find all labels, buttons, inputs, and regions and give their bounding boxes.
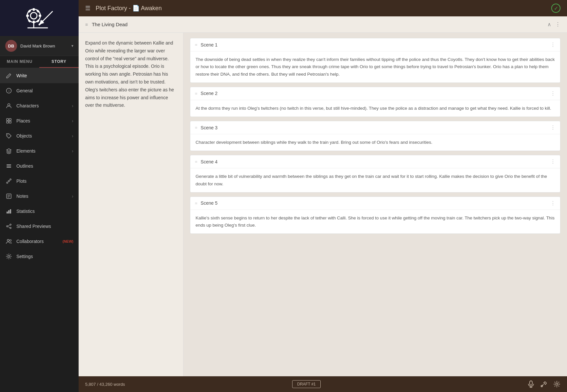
svg-point-22 [8, 135, 8, 135]
scene-header: = Scene 3 ⋮ [190, 121, 560, 134]
user-name: David Mark Brown [20, 44, 71, 48]
tab-story[interactable]: STORY [39, 56, 79, 68]
notes-icon [5, 193, 12, 200]
grid-icon [5, 117, 12, 124]
sidebar-item-plots[interactable]: Plots [0, 174, 79, 189]
scene-card-scene-2: = Scene 2 ⋮ At the dorms they run into O… [190, 87, 560, 117]
sidebar-item-general[interactable]: i General [0, 83, 79, 98]
scene-menu-icon[interactable]: ⋮ [550, 200, 556, 206]
sidebar-item-label-outlines: Outlines [16, 163, 73, 169]
svg-rect-25 [7, 167, 11, 168]
scene-title: Scene 5 [201, 200, 550, 206]
scene-body: At the dorms they run into Oleg's twitch… [190, 100, 560, 117]
drag-handle-icon[interactable]: = [195, 159, 198, 164]
svg-rect-44 [530, 381, 532, 385]
tab-main-menu[interactable]: MAIN MENU [0, 56, 39, 68]
scene-title: Scene 2 [201, 91, 550, 96]
app-logo [25, 7, 54, 29]
chapter-menu-icon[interactable]: ⋮ [555, 21, 560, 28]
drag-handle-icon[interactable]: ≡ [85, 22, 88, 27]
scene-card-scene-3: = Scene 3 ⋮ Character development betwee… [190, 121, 560, 151]
sidebar-item-shared-previews[interactable]: Shared Previews [0, 219, 79, 234]
sidebar-item-objects[interactable]: Objects › [0, 128, 79, 143]
sidebar-item-label-statistics: Statistics [16, 209, 73, 214]
bar-chart-icon [5, 208, 12, 215]
svg-text:i: i [9, 89, 9, 93]
scene-body: Generate a little bit of vulnerability a… [190, 168, 560, 192]
sidebar-item-label-settings: Settings [16, 254, 73, 259]
svg-rect-35 [10, 209, 11, 214]
user-menu[interactable]: DB David Mark Brown ▾ [0, 36, 79, 56]
svg-rect-2 [33, 8, 35, 11]
draft-badge[interactable]: DRAFT #1 [292, 380, 320, 388]
svg-point-37 [7, 226, 8, 227]
person-icon [5, 102, 12, 109]
svg-line-40 [8, 227, 10, 228]
sidebar-item-label-characters: Characters [16, 103, 72, 108]
svg-rect-19 [9, 119, 11, 121]
chapter-actions: ∧ ⋮ [547, 21, 560, 28]
sidebar-item-label-collaborators: Collaborators [16, 239, 61, 244]
drag-handle-icon[interactable]: = [195, 91, 198, 96]
scene-card-scene-4: = Scene 4 ⋮ Generate a little bit of vul… [190, 155, 560, 193]
svg-point-27 [8, 180, 9, 182]
sidebar-item-characters[interactable]: Characters › [0, 98, 79, 113]
sidebar-item-notes[interactable]: Notes › [0, 189, 79, 204]
content-area: Expand on the dynamic between Kallie and… [79, 33, 567, 376]
sidebar-item-places[interactable]: Places › [0, 113, 79, 128]
list-icon [5, 162, 12, 170]
bottombar: 5,807 / 43,260 words DRAFT #1 [79, 376, 567, 392]
svg-rect-20 [7, 121, 9, 123]
svg-point-48 [556, 383, 558, 385]
word-count: 5,807 / 43,260 words [85, 382, 292, 387]
drag-handle-icon[interactable]: = [195, 42, 198, 47]
bottom-icons [528, 381, 560, 388]
sidebar-item-label-general: General [16, 88, 73, 93]
svg-point-38 [10, 227, 11, 229]
drag-handle-icon[interactable]: = [195, 201, 198, 206]
pencil-icon [5, 72, 12, 79]
sidebar-item-collaborators[interactable]: Collaborators (NEW) [0, 234, 79, 249]
sidebar: DB David Mark Brown ▾ MAIN MENU STORY Wr… [0, 0, 79, 392]
scene-header: = Scene 4 ⋮ [190, 155, 560, 168]
scene-menu-icon[interactable]: ⋮ [550, 90, 556, 97]
info-icon: i [5, 87, 12, 94]
settings-cog-icon[interactable] [553, 381, 560, 388]
scene-menu-icon[interactable]: ⋮ [550, 159, 556, 165]
svg-rect-34 [8, 210, 9, 214]
sidebar-item-label-plots: Plots [16, 178, 73, 184]
scene-menu-icon[interactable]: ⋮ [550, 124, 556, 131]
svg-point-17 [8, 104, 10, 106]
sidebar-nav: Write i General Characters › [0, 68, 79, 392]
sidebar-item-settings[interactable]: Settings [0, 249, 79, 264]
scene-body: Kallie's sixth sense begins to return to… [190, 210, 560, 234]
arrow-icon: › [72, 133, 73, 139]
arrow-icon: › [72, 194, 73, 199]
drag-handle-icon[interactable]: = [195, 125, 198, 130]
sidebar-item-outlines[interactable]: Outlines [0, 159, 79, 174]
scene-title: Scene 3 [201, 125, 550, 130]
svg-point-43 [8, 255, 10, 257]
hamburger-icon[interactable]: ☰ [85, 5, 90, 12]
svg-rect-5 [39, 15, 41, 17]
svg-line-39 [8, 225, 10, 226]
scene-header: = Scene 5 ⋮ [190, 197, 560, 210]
share-icon [5, 223, 12, 230]
scene-header: = Scene 2 ⋮ [190, 87, 560, 100]
sidebar-item-statistics[interactable]: Statistics [0, 204, 79, 219]
scenes-panel: = Scene 1 ⋮ The downside of being dead s… [183, 33, 567, 376]
scene-menu-icon[interactable]: ⋮ [550, 42, 556, 48]
svg-point-28 [10, 179, 11, 180]
chevron-down-icon: ▾ [71, 44, 73, 48]
topbar-title: Plot Factory - 📄 Awaken [96, 5, 551, 12]
chapter-description-panel: Expand on the dynamic between Kallie and… [79, 33, 183, 376]
svg-point-26 [7, 182, 8, 183]
logo-area [0, 0, 79, 36]
tools-icon[interactable] [540, 381, 547, 388]
arrow-icon: › [72, 148, 73, 154]
sidebar-item-elements[interactable]: Elements › [0, 143, 79, 159]
sidebar-item-write[interactable]: Write [0, 68, 79, 83]
collapse-icon[interactable]: ∧ [547, 21, 551, 28]
microphone-icon[interactable] [528, 381, 534, 388]
tag-icon [5, 132, 12, 140]
